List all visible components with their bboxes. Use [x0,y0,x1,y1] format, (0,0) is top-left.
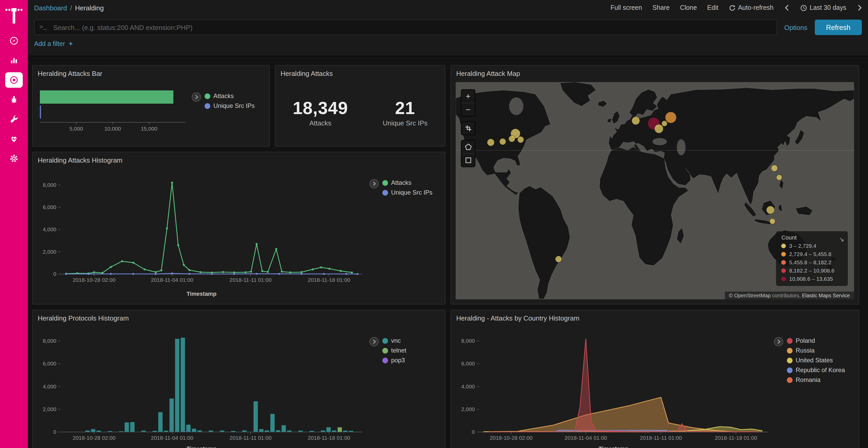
legend-item[interactable]: Republic of Korea [787,367,845,374]
legend-color-dot [787,377,793,383]
gear-icon [9,154,19,163]
attack-location-circle[interactable] [555,256,562,263]
svg-text:2018-11-11 01:00: 2018-11-11 01:00 [640,435,682,441]
osm-link[interactable]: © OpenStreetMap [729,292,771,298]
attack-location-circle[interactable] [665,112,676,123]
attack-location-circle[interactable] [509,136,515,142]
legend-collapse-button[interactable] [369,179,379,188]
legend-item[interactable]: Russia [787,347,845,354]
zoom-out-button[interactable]: − [461,103,475,116]
attack-location-circle[interactable] [487,139,494,146]
options-link[interactable]: Options [784,24,808,31]
fit-bounds-button[interactable] [461,122,475,135]
protocols-histogram-chart[interactable]: 02,0004,0006,0008,0002018-10-28 02:00201… [37,329,366,443]
sidebar-item-visualize[interactable] [0,50,28,70]
svg-text:2018-11-11 01:00: 2018-11-11 01:00 [230,435,272,441]
legend-item[interactable]: telnet [382,347,406,354]
sidebar-item-attacks[interactable] [0,90,28,109]
auto-refresh-button[interactable]: Auto-refresh [729,4,774,11]
legend-collapse-button[interactable] [192,92,201,102]
time-forward-button[interactable] [857,4,863,12]
map-legend-item[interactable]: 10,908.6 – 13,635 [781,276,834,282]
legend-label: 5,455.8 – 8,182.2 [789,259,832,265]
full-screen-button[interactable]: Full screen [611,4,642,11]
sidebar-item-health[interactable] [0,129,28,149]
attack-location-circle[interactable] [518,137,524,143]
map-legend-item[interactable]: 5,455.8 – 8,182.2 [781,259,834,265]
sidebar-item-discover[interactable] [0,31,28,50]
refresh-button[interactable]: Refresh [814,20,862,35]
legend-color-dot [382,357,388,363]
legend-item[interactable]: Attacks [382,179,432,186]
sidebar-item-dashboards[interactable] [0,70,28,90]
attack-location-circle[interactable] [632,117,640,125]
legend-label: Poland [796,337,815,344]
legend-item[interactable]: United States [787,357,845,364]
svg-text:0: 0 [472,429,475,435]
attack-location-circle[interactable] [770,218,775,224]
svg-text:8,000: 8,000 [461,338,475,344]
time-back-button[interactable] [784,4,790,12]
clone-button[interactable]: Clone [680,4,697,11]
svg-text:2018-10-28 02:00: 2018-10-28 02:00 [490,435,533,441]
legend-item[interactable]: vnc [382,337,406,344]
attribution-text: contributors, [772,292,801,298]
svg-text:5,000: 5,000 [69,126,83,132]
time-range-button[interactable]: Last 30 days [800,4,846,11]
legend-item[interactable]: Poland [787,337,845,344]
attack-location-circle[interactable] [767,206,774,214]
legend-label: 10,908.6 – 13,635 [789,276,833,282]
panel-heralding-protocols-histogram: Heralding Protocols Histogram 02,0004,00… [32,310,445,448]
map-legend: Count 3 – 2,729.42,729.4 – 5,455.85,455.… [776,231,848,286]
add-filter-plus-icon[interactable]: + [69,40,73,47]
legend-item[interactable]: Attacks [205,92,255,100]
attack-location-circle[interactable] [771,165,778,171]
zoom-in-button[interactable]: + [461,90,475,103]
legend-collapse-button[interactable] [774,337,783,346]
telekom-logo[interactable] [0,0,28,31]
attacks-bar-chart[interactable]: 5,00010,00015,000 [39,81,188,142]
attack-location-circle[interactable] [500,138,506,145]
ems-link[interactable]: Elastic Maps Service [802,292,850,298]
panel-attacks-by-country-histogram: Heralding - Attacks by Country Histogram… [451,310,859,448]
attack-location-circle[interactable] [661,121,667,127]
legend-item[interactable]: Romania [787,376,845,383]
map-legend-item[interactable]: 3 – 2,729.4 [781,243,834,249]
share-button[interactable]: Share [653,4,670,11]
edit-button[interactable]: Edit [707,4,718,11]
attack-location-circle[interactable] [654,125,663,133]
legend-label: United States [796,357,833,364]
legend-label: telnet [391,347,406,354]
legend-item[interactable]: Unique Src IPs [382,189,432,196]
legend-color-dot [382,190,388,195]
polygon-filter-button[interactable] [461,140,475,153]
attack-location-circle[interactable] [776,175,782,180]
search-input[interactable] [34,20,777,35]
breadcrumb-separator: / [70,4,72,12]
legend-label: pop3 [391,357,405,364]
sidebar-item-tools[interactable] [0,109,28,129]
metric-attacks: 18,349 Attacks [293,98,348,127]
add-filter-link[interactable]: Add a filter [34,40,65,47]
chevron-right-icon [372,181,376,186]
sidebar-item-settings[interactable] [0,149,28,168]
breadcrumb-dashboard[interactable]: Dashboard [34,4,67,12]
legend-collapse-arrow-icon[interactable] [839,235,844,244]
svg-text:2,000: 2,000 [43,406,56,412]
country-histogram-chart[interactable]: 02,0004,0006,0008,0002018-10-28 02:00201… [455,329,772,443]
svg-text:2018-11-18 01:00: 2018-11-18 01:00 [308,435,350,441]
map-legend-item[interactable]: 8,182.2 – 10,908.6 [781,267,834,274]
world-map[interactable]: + − [456,82,854,299]
rectangle-filter-button[interactable] [461,153,475,167]
heralding-dashboard: Dashboard / Heralding Full screen Share … [0,0,868,448]
metric-label: Unique Src IPs [382,119,427,127]
svg-text:8,000: 8,000 [43,182,56,188]
attacks-histogram-chart[interactable]: 02,0004,0006,0008,0002018-10-28 02:00201… [37,173,366,285]
map-legend-item[interactable]: 2,729.4 – 5,455.8 [781,251,834,257]
svg-text:2018-11-18 01:00: 2018-11-18 01:00 [308,277,350,283]
legend-collapse-button[interactable] [369,337,379,346]
legend-item[interactable]: Unique Src IPs [205,102,255,109]
legend-color-dot [787,367,793,373]
legend-item[interactable]: pop3 [382,357,406,364]
svg-text:0: 0 [53,429,56,435]
